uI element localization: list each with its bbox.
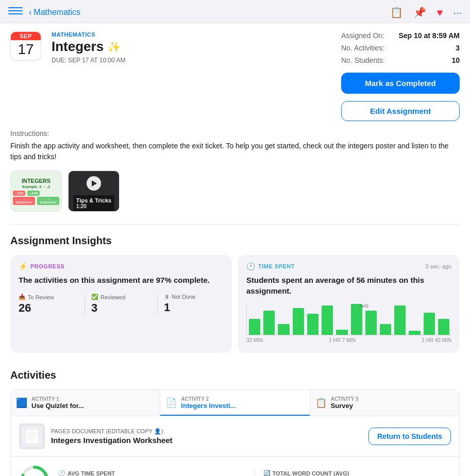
back-label: Mathematics <box>33 8 80 17</box>
chart-bar-4 <box>307 314 318 335</box>
sidebar-toggle-button[interactable] <box>8 7 23 18</box>
tips-tricks-video-attachment[interactable]: Tips & Tricks 1:20 <box>68 171 120 212</box>
time-spent-text: Students spent an average of 56 minutes … <box>246 275 451 296</box>
mark-completed-button[interactable]: Mark as Completed <box>341 73 460 94</box>
activity-tab-3[interactable]: 📋 ACTIVITY 3 Survey <box>310 390 459 416</box>
video-duration: 1:20 <box>76 203 111 209</box>
activity-2-number: ACTIVITY 2 <box>181 396 236 402</box>
chart-bar-8 <box>365 311 377 335</box>
not-done-stat: ⏸ Not Done 1 <box>164 294 224 315</box>
activities-section: Activities 🟦 ACTIVITY 1 Use Quizlet for.… <box>0 361 470 476</box>
avg-time-block: 🕐 AVG TIME SPENT 39 MIN <box>58 470 246 476</box>
clock-icon: 🕐 <box>246 262 255 270</box>
no-activities-label: No. Activities: <box>341 44 384 52</box>
quizlet-icon: 🟦 <box>16 397 27 409</box>
chart-bar-6 <box>336 330 347 335</box>
activity-1-number: ACTIVITY 1 <box>31 396 84 402</box>
activities-title: Activities <box>10 369 460 381</box>
progress-label: PROGRESS <box>30 263 64 269</box>
calendar-day: 17 <box>11 40 41 60</box>
calendar-month: SEP <box>11 32 41 40</box>
video-play-area <box>87 171 101 195</box>
axis-label-2: 1 HR 7 MIN <box>329 337 356 343</box>
return-to-students-button[interactable]: Return to Students <box>368 428 451 445</box>
title-text: Integers <box>52 39 104 55</box>
no-students-value: 10 <box>451 56 460 64</box>
assigned-on-value: Sep 10 at 8:59 AM <box>398 31 460 40</box>
more-icon[interactable]: ··· <box>453 7 462 19</box>
subject-label: MATHEMATICS <box>52 31 331 38</box>
time-spent-header: 🕐 TIME SPENT 3 sec. ago <box>246 262 451 270</box>
header-right: Assigned On: Sep 10 at 8:59 AM No. Activ… <box>341 31 460 121</box>
attachments-row: INTEGERS Example: 3 → -3 − ADD + ADD − S… <box>0 171 470 224</box>
sparkle-icon: ✨ <box>108 41 121 53</box>
time-spent-label: TIME SPENT <box>258 263 295 269</box>
annotate-icon[interactable]: 📋 <box>390 6 403 19</box>
progress-card-header: ⚡ PROGRESS <box>19 262 224 270</box>
insights-section: Assignment Insights ⚡ PROGRESS The activ… <box>0 225 470 361</box>
assignment-title: Integers ✨ <box>52 39 331 55</box>
poster-inner: INTEGERS Example: 3 → -3 − ADD + ADD − S… <box>11 176 61 207</box>
bar-axis-labels: 33 MIN 1 HR 7 MIN 1 HR 40 MIN <box>246 337 451 343</box>
avg-time-label: 🕐 AVG TIME SPENT <box>58 470 246 476</box>
video-label: Tips & Tricks 1:20 <box>73 195 114 211</box>
document-row: PAGES DOCUMENT (EDITABLE COPY 👤) Integer… <box>11 416 459 457</box>
instructions-text: Finish the app activity and worksheet, t… <box>10 141 460 162</box>
stat-divider <box>255 469 255 476</box>
chart-bar-13 <box>438 319 449 335</box>
word-count-label: 🔄 TOTAL WORD COUNT (AVG) <box>263 470 451 476</box>
insights-title: Assignment Insights <box>10 235 460 247</box>
activities-card: 🟦 ACTIVITY 1 Use Quizlet for... 📄 ACTIVI… <box>10 389 460 476</box>
assigned-on-label: Assigned On: <box>341 31 384 40</box>
not-done-label: ⏸ Not Done <box>164 294 224 300</box>
to-review-stat: 📥 To Review 26 <box>19 294 85 315</box>
doc-type-label: PAGES DOCUMENT (EDITABLE COPY 👤) <box>51 428 362 435</box>
heart-icon[interactable]: ♥ <box>437 7 443 19</box>
activity-3-name: Survey <box>331 402 359 410</box>
completion-svg <box>19 464 50 476</box>
chart-bar-9 <box>380 324 391 335</box>
to-review-value: 26 <box>19 301 78 315</box>
not-done-value: 1 <box>164 301 224 314</box>
active-tab-indicator <box>160 415 309 416</box>
nav-right: 📋 📌 ♥ ··· <box>390 6 462 19</box>
doc-icon <box>19 423 45 449</box>
activity-tab-2[interactable]: 📄 ACTIVITY 2 Integers Investi... <box>160 390 310 416</box>
header-section: SEP 17 MATHEMATICS Integers ✨ DUE: SEP 1… <box>0 23 470 129</box>
instructions-label: Instructions: <box>10 129 460 138</box>
video-title: Tips & Tricks <box>76 197 111 203</box>
chart-bar-11 <box>409 331 420 335</box>
integers-poster-attachment[interactable]: INTEGERS Example: 3 → -3 − ADD + ADD − S… <box>10 171 62 212</box>
chart-bar-5 <box>322 305 333 335</box>
to-review-label: 📥 To Review <box>19 294 78 300</box>
axis-label-3: 1 HR 40 MIN <box>422 337 451 343</box>
doc-name: Integers Investigation Worksheet <box>51 436 362 445</box>
calendar-badge: SEP 17 <box>10 31 41 60</box>
pin-icon[interactable]: 📌 <box>413 6 426 19</box>
reviewed-value: 3 <box>91 301 151 315</box>
nav-left: ‹ Mathematics <box>8 7 390 18</box>
stats-row: 80% 🕐 AVG TIME SPENT 39 MIN 🔄 TOTAL WORD… <box>11 457 459 476</box>
reviewed-stat: ✅ Reviewed 3 <box>91 294 158 315</box>
edit-assignment-button[interactable]: Edit Assignment <box>341 101 460 121</box>
word-count-icon: 🔄 <box>263 470 271 476</box>
no-students-row: No. Students: 10 <box>341 56 460 64</box>
check-icon: ✅ <box>91 294 98 300</box>
bar-chart-inner <box>246 304 451 335</box>
chart-bar-3 <box>293 308 304 335</box>
chart-bar-7 <box>351 304 362 335</box>
progress-icon: ⚡ <box>19 262 27 270</box>
survey-icon: 📋 <box>315 397 327 409</box>
time-spent-card: 🕐 TIME SPENT 3 sec. ago Students spent a… <box>238 255 460 353</box>
chevron-left-icon: ‹ <box>29 8 31 17</box>
header-info: MATHEMATICS Integers ✨ DUE: SEP 17 AT 10… <box>52 31 331 64</box>
activity-3-number: ACTIVITY 3 <box>331 396 359 402</box>
completion-circle: 80% <box>19 464 50 476</box>
no-students-label: No. Students: <box>341 56 385 64</box>
chart-bar-12 <box>424 313 435 335</box>
back-button[interactable]: ‹ Mathematics <box>29 8 80 17</box>
avg-label: AVG <box>359 303 368 309</box>
play-button[interactable] <box>87 176 101 191</box>
activity-tab-1[interactable]: 🟦 ACTIVITY 1 Use Quizlet for... <box>11 390 160 416</box>
chart-bar-0 <box>249 319 260 335</box>
